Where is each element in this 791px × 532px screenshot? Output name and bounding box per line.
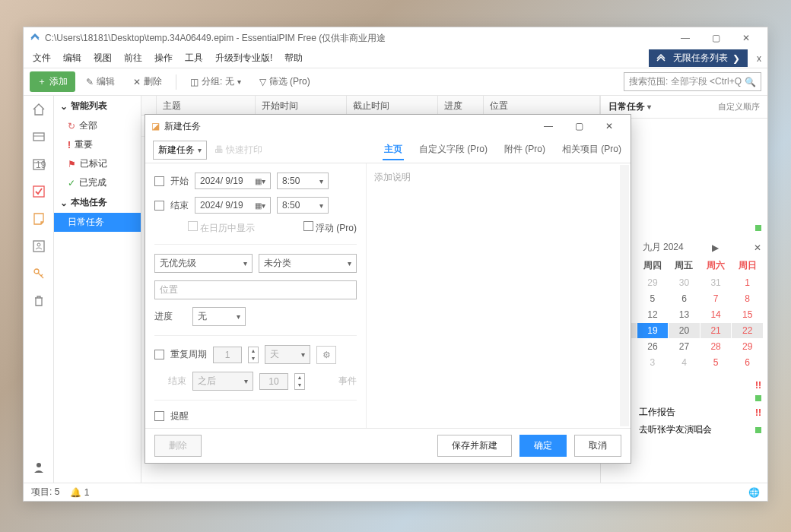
sidebar-item-flagged[interactable]: ⚑已标记 xyxy=(54,154,141,173)
show-cal-checkbox[interactable] xyxy=(188,221,198,231)
note-icon[interactable] xyxy=(30,210,48,228)
grid-col-location[interactable]: 位置 xyxy=(484,96,600,115)
contacts-icon[interactable] xyxy=(30,237,48,255)
repeat-settings[interactable]: ⚙ xyxy=(316,346,336,364)
password-icon[interactable] xyxy=(30,264,48,283)
chevron-down-icon: ▾ xyxy=(301,350,305,359)
grid-col-start[interactable]: 开始时间 xyxy=(256,96,347,115)
sidebar-smart-header[interactable]: ⌄智能列表 xyxy=(54,96,141,116)
banner-icon xyxy=(656,54,669,63)
end-time-input[interactable]: 8:50▾ xyxy=(277,197,329,214)
progress-select[interactable]: 无▾ xyxy=(192,307,246,326)
sidebar-item-daily[interactable]: 日常任务 xyxy=(54,213,141,232)
filter-button[interactable]: ▽筛选 (Pro) xyxy=(252,71,318,92)
end-checkbox[interactable] xyxy=(154,201,164,211)
delete-button[interactable]: ✕删除 xyxy=(125,71,170,92)
tasks-icon[interactable] xyxy=(30,182,48,201)
menu-action[interactable]: 操作 xyxy=(148,49,179,67)
menu-upgrade[interactable]: 升级到专业版! xyxy=(209,49,278,67)
float-checkbox[interactable] xyxy=(303,221,313,231)
calendar-icon[interactable]: 19 xyxy=(30,155,48,173)
status-items: 项目: 5 xyxy=(31,486,59,499)
card-icon[interactable] xyxy=(30,128,48,146)
minimize-button[interactable]: — xyxy=(670,29,700,47)
cal-next[interactable]: ▶ xyxy=(712,242,719,253)
location-input[interactable]: 位置 xyxy=(154,280,357,299)
menu-goto[interactable]: 前往 xyxy=(118,49,148,67)
float-label: 浮动 (Pro) xyxy=(316,223,357,233)
menu-file[interactable]: 文件 xyxy=(27,49,57,67)
repeat-count-spinner[interactable]: ▲▼ xyxy=(294,373,305,390)
end-date-input[interactable]: 2024/ 9/19▦▾ xyxy=(195,197,271,214)
repeat-end-select[interactable]: 之后▾ xyxy=(192,372,253,391)
sidebar-item-important[interactable]: !重要 xyxy=(54,135,141,154)
chevron-down-icon: ▾ xyxy=(243,259,247,268)
start-time-input[interactable]: 8:50▾ xyxy=(277,173,329,189)
remind-label: 提醒 xyxy=(170,410,189,423)
chevron-down-icon: ⌄ xyxy=(60,101,68,112)
dialog-close[interactable]: ✕ xyxy=(594,116,624,136)
ok-button[interactable]: 确定 xyxy=(519,435,567,457)
start-checkbox[interactable] xyxy=(154,176,164,186)
trash-icon[interactable] xyxy=(30,292,48,310)
globe-icon[interactable]: 🌐 xyxy=(748,487,760,498)
remind-checkbox[interactable] xyxy=(154,411,164,421)
dialog-titlebar: ◪新建任务 — ▢ ✕ xyxy=(145,115,631,138)
tab-related[interactable]: 相关项目 (Pro) xyxy=(561,140,623,160)
category-select[interactable]: 未分类▾ xyxy=(259,254,357,273)
menubar: 文件 编辑 视图 前往 操作 工具 升级到专业版! 帮助 无限任务列表 ❯ x xyxy=(24,49,767,68)
description-area[interactable]: 添加说明 xyxy=(366,163,631,428)
custom-order[interactable]: 自定义顺序 xyxy=(718,101,760,112)
search-placeholder: 搜索范围: 全部字段 <Ctrl+Q xyxy=(629,75,742,88)
edit-button[interactable]: ✎编辑 xyxy=(78,71,122,92)
task-type-combo[interactable]: 新建任务▾ xyxy=(153,141,207,160)
tab-attach[interactable]: 附件 (Pro) xyxy=(503,140,547,160)
start-date-input[interactable]: 2024/ 9/19▦▾ xyxy=(195,173,271,189)
menu-tools[interactable]: 工具 xyxy=(179,49,209,67)
toolbar: ＋添加 ✎编辑 ✕删除 ◫分组: 无▾ ▽筛选 (Pro) 搜索范围: 全部字段… xyxy=(24,68,767,96)
delete-button[interactable]: 删除 xyxy=(154,435,202,457)
add-button[interactable]: ＋添加 xyxy=(30,71,75,92)
repeat-checkbox[interactable] xyxy=(154,350,164,359)
save-new-button[interactable]: 保存并新建 xyxy=(437,435,512,457)
repeat-count-input[interactable]: 10 xyxy=(259,373,288,390)
menu-edit[interactable]: 编辑 xyxy=(57,49,87,67)
new-task-dialog: ◪新建任务 — ▢ ✕ 新建任务▾ 🖶 快速打印 主页 自定义字段 (Pro) … xyxy=(145,114,631,464)
dialog-minimize[interactable]: — xyxy=(533,116,564,136)
search-input[interactable]: 搜索范围: 全部字段 <Ctrl+Q 🔍 xyxy=(624,72,761,91)
sidebar-item-all[interactable]: ↻全部 xyxy=(54,116,141,135)
dialog-body: 开始 2024/ 9/19▦▾ 8:50▾ 结束 2024/ 9/19▦▾ 8:… xyxy=(145,163,631,428)
home-icon[interactable] xyxy=(30,100,48,119)
priority-select[interactable]: 无优先级▾ xyxy=(154,254,253,273)
user-icon[interactable] xyxy=(30,458,48,477)
group-button[interactable]: ◫分组: 无▾ xyxy=(183,71,249,92)
maximize-button[interactable]: ▢ xyxy=(700,29,731,47)
repeat-num-input[interactable]: 1 xyxy=(213,347,242,363)
repeat-label: 重复周期 xyxy=(170,348,207,361)
repeat-unit-select[interactable]: 天▾ xyxy=(265,345,310,364)
menu-help[interactable]: 帮助 xyxy=(278,49,309,67)
grid-col-subject[interactable]: 主题 xyxy=(157,96,256,115)
sidebar-local-header[interactable]: ⌄本地任务 xyxy=(54,192,141,213)
cancel-button[interactable]: 取消 xyxy=(574,435,621,457)
cal-close[interactable]: ✕ xyxy=(754,242,761,253)
bell-icon[interactable]: 🔔 1 xyxy=(70,487,89,498)
grid-col-progress[interactable]: 进度 xyxy=(438,96,484,115)
statusbar: 项目: 5 🔔 1 🌐 xyxy=(24,483,767,501)
grid-col-marker[interactable] xyxy=(141,96,157,115)
refresh-icon: ↻ xyxy=(68,121,75,131)
repeat-num-spinner[interactable]: ▲▼ xyxy=(248,347,259,363)
close-button[interactable]: ✕ xyxy=(731,29,761,47)
tab-custom[interactable]: 自定义字段 (Pro) xyxy=(418,140,489,160)
dialog-maximize[interactable]: ▢ xyxy=(564,116,594,136)
print-button[interactable]: 🖶 快速打印 xyxy=(214,144,262,157)
banner-close[interactable]: x xyxy=(754,53,764,64)
menu-view[interactable]: 视图 xyxy=(87,49,118,67)
promo-banner[interactable]: 无限任务列表 ❯ xyxy=(649,49,748,67)
scrollbar[interactable] xyxy=(620,165,629,426)
sidebar-item-done[interactable]: ✓已完成 xyxy=(54,173,141,192)
tab-main[interactable]: 主页 xyxy=(383,140,404,160)
right-panel-title[interactable]: 日常任务 ▾ xyxy=(608,100,651,113)
icon-rail: 19 xyxy=(24,96,54,483)
grid-col-end[interactable]: 截止时间 xyxy=(347,96,438,115)
